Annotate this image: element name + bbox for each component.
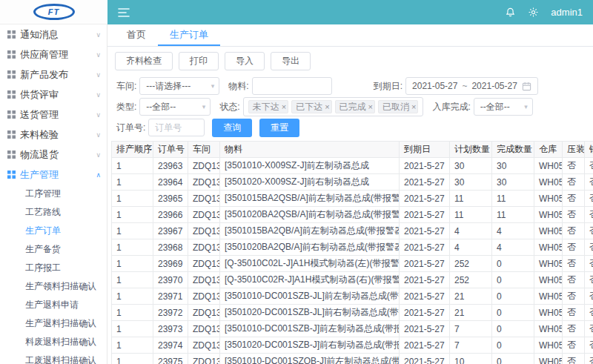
toolbar-button[interactable]: 齐料检查 bbox=[115, 52, 173, 70]
bell-icon[interactable] bbox=[505, 7, 516, 18]
status-tag-label: 已完成 bbox=[339, 101, 366, 113]
tag-close-icon[interactable]: × bbox=[282, 103, 286, 111]
table-row[interactable]: 123974ZDQ13[3501020-DC001SZB-J]前右制动器总成(带… bbox=[112, 337, 593, 354]
sidebar-item-label: 新产品发布 bbox=[20, 68, 68, 82]
table-row[interactable]: 123967ZDQ13[3501015BA2QB/A]前左制动器总成(带报警器)… bbox=[112, 223, 593, 239]
sidebar-toggle-icon[interactable] bbox=[118, 7, 130, 18]
grid-icon bbox=[7, 171, 16, 179]
sidebar-item[interactable]: 供应商管理∨ bbox=[0, 44, 107, 64]
sidebar-item[interactable]: 生产管理∧ bbox=[0, 165, 107, 185]
tag-close-icon[interactable]: × bbox=[368, 103, 373, 111]
chevron-down-icon: ∨ bbox=[96, 131, 101, 139]
table-cell: 11 bbox=[492, 191, 534, 207]
table-cell: [3501020BA2QSB/A]前右制动器总成(带报警器) bbox=[220, 207, 400, 223]
table-cell: ZDQ13 bbox=[188, 158, 220, 174]
sidebar-item[interactable]: 来料检验∨ bbox=[0, 125, 107, 145]
tag-close-icon[interactable]: × bbox=[411, 103, 416, 111]
table-row[interactable]: 123968ZDQ13[3501020BA2QB/A]前右制动器总成(带报警器)… bbox=[112, 239, 593, 256]
column-header: 压装 bbox=[563, 142, 585, 158]
column-header: 仓库 bbox=[534, 142, 563, 158]
username[interactable]: admin1 bbox=[551, 7, 583, 18]
table-cell: WH05 bbox=[534, 256, 563, 272]
column-header: 计划数量 bbox=[450, 142, 492, 158]
table-cell: 30 bbox=[492, 158, 534, 174]
sidebar-subitem[interactable]: 生产退料申请 bbox=[0, 296, 107, 314]
table-cell: 1 bbox=[112, 191, 153, 207]
table-cell: 1 bbox=[112, 174, 153, 191]
tab[interactable]: 首页 bbox=[115, 24, 158, 46]
table-row[interactable]: 123965ZDQ13[3501015BA2QSB/A]前左制动器总成(带报警器… bbox=[112, 191, 593, 207]
status-tag[interactable]: 已取消× bbox=[378, 100, 418, 113]
order-no-label: 订单号: bbox=[116, 122, 145, 134]
table-row[interactable]: 123972ZDQ13[3501020-DC001SZB-JL]前右制动器总成(… bbox=[112, 305, 593, 321]
sidebar-subitem[interactable]: 工序管理 bbox=[0, 185, 107, 203]
table-cell: 否 bbox=[563, 207, 585, 223]
sidebar-subitem[interactable]: 工废退料扫描确认 bbox=[0, 351, 107, 364]
table-cell: 23970 bbox=[153, 272, 188, 288]
table-cell: WH05 bbox=[534, 272, 563, 288]
material-input[interactable] bbox=[252, 77, 332, 95]
status-tag-label: 未下达 bbox=[253, 101, 279, 113]
table-cell: 否 bbox=[563, 239, 585, 256]
table-cell: [3501010-DC001SZQB-J]前左制动器总成(带报警器) bbox=[220, 354, 400, 364]
table-cell: 21 bbox=[450, 288, 492, 305]
sidebar-item[interactable]: 通知消息∨ bbox=[0, 24, 107, 44]
tab[interactable]: 生产订单 bbox=[158, 24, 220, 46]
table-cell: 否 bbox=[585, 239, 593, 256]
status-tag[interactable]: 未下达× bbox=[248, 100, 288, 113]
toolbar: 齐料检查打印导入导出 bbox=[107, 47, 593, 76]
tag-close-icon[interactable]: × bbox=[325, 103, 329, 111]
table-row[interactable]: 123973ZDQ13[3501010-DC001SZB-J]前左制动器总成(带… bbox=[112, 321, 593, 337]
toolbar-button[interactable]: 打印 bbox=[179, 52, 219, 70]
top-header: FT admin1 bbox=[0, 0, 593, 24]
sidebar-subitem[interactable]: 生产订单 bbox=[0, 222, 107, 240]
table-row[interactable]: 123963ZDQ13[3501010-X009SZ-J]前左制动器总成2021… bbox=[112, 158, 593, 174]
gear-icon[interactable] bbox=[528, 7, 539, 18]
sidebar-subitem[interactable]: 生产退料扫描确认 bbox=[0, 314, 107, 333]
stock-in-select[interactable]: --全部-- ▾ bbox=[474, 98, 533, 116]
logo-area: FT bbox=[0, 0, 107, 24]
table-cell: 否 bbox=[563, 305, 585, 321]
app: FT admin1 通知消息∨供应商管理∨新产品发布∨供货评审∨送货管理∨来料检… bbox=[0, 0, 593, 364]
table-row[interactable]: 123964ZDQ13[3501020-X009SZ-J]前右制动器总成2021… bbox=[112, 174, 593, 191]
sidebar-subitem[interactable]: 生产领料扫描确认 bbox=[0, 277, 107, 296]
status-multiselect[interactable]: 未下达×已下达×已完成×已取消× bbox=[243, 97, 424, 116]
workshop-select[interactable]: ---请选择--- ▾ bbox=[139, 77, 219, 95]
reset-button[interactable]: 重置 bbox=[259, 119, 299, 137]
table-cell: 否 bbox=[585, 207, 593, 223]
due-date-label: 到期日: bbox=[374, 80, 402, 93]
table-row[interactable]: 123969ZDQ13[Q-35010C02L-J]A1H模式制动器(左)(带报… bbox=[112, 256, 593, 272]
sidebar-subitem[interactable]: 料废退料扫描确认 bbox=[0, 333, 107, 351]
table-cell: 否 bbox=[585, 272, 593, 288]
table-row[interactable]: 123970ZDQ13[Q-35010C02R-J]A1H模式制动器(右)(带报… bbox=[112, 272, 593, 288]
table-row[interactable]: 123975ZDQ13[3501010-DC001SZQB-J]前左制动器总成(… bbox=[112, 354, 593, 364]
status-tag[interactable]: 已下达× bbox=[291, 100, 331, 113]
order-no-input[interactable] bbox=[148, 119, 205, 136]
toolbar-button[interactable]: 导出 bbox=[271, 52, 311, 70]
sidebar-subitem[interactable]: 工序报工 bbox=[0, 259, 107, 277]
table-cell: 1 bbox=[112, 337, 153, 354]
sidebar-item-label: 生产管理 bbox=[20, 168, 59, 182]
sidebar-item[interactable]: 新产品发布∨ bbox=[0, 64, 107, 85]
table-cell: 否 bbox=[563, 256, 585, 272]
table-cell: 否 bbox=[585, 223, 593, 239]
table-row[interactable]: 123971ZDQ13[3501010-DC001SZB-JL]前左制动器总成(… bbox=[112, 288, 593, 305]
sidebar-subitem[interactable]: 生产备货 bbox=[0, 240, 107, 259]
sidebar-item[interactable]: 物流退货∨ bbox=[0, 145, 107, 165]
due-date-range[interactable]: 2021-05-27 ~ 2021-05-27 bbox=[405, 77, 538, 95]
toolbar-button[interactable]: 导入 bbox=[225, 52, 265, 70]
table-row[interactable]: 123966ZDQ13[3501020BA2QSB/A]前右制动器总成(带报警器… bbox=[112, 207, 593, 223]
table-cell: 11 bbox=[450, 207, 492, 223]
table-cell: ZDQ13 bbox=[188, 288, 220, 305]
type-select[interactable]: --全部-- ▾ bbox=[139, 98, 211, 116]
search-button[interactable]: 查询 bbox=[212, 119, 252, 137]
sidebar-subitem[interactable]: 工艺路线 bbox=[0, 203, 107, 222]
sidebar-item[interactable]: 送货管理∨ bbox=[0, 105, 107, 125]
table-cell: WH05 bbox=[534, 158, 563, 174]
stock-in-label: 入库完成: bbox=[432, 101, 470, 113]
sidebar-item[interactable]: 供货评审∨ bbox=[0, 85, 107, 105]
status-tag[interactable]: 已完成× bbox=[335, 100, 375, 113]
table-cell: 23963 bbox=[153, 158, 188, 174]
table-cell: [Q-35010C02R-J]A1H模式制动器(右)(带报警器) bbox=[220, 272, 400, 288]
table-cell: 252 bbox=[450, 272, 492, 288]
